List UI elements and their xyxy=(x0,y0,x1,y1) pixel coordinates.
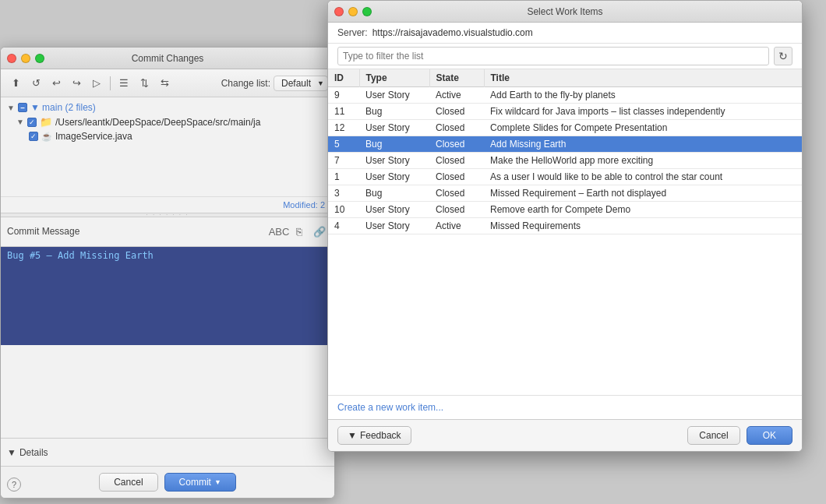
root-checkbox[interactable] xyxy=(18,103,27,112)
dialog-title: Select Work Items xyxy=(527,6,602,17)
run-icon[interactable]: ▷ xyxy=(88,75,105,92)
table-body: 9User StoryActiveAdd Earth to the fly-by… xyxy=(328,87,802,234)
cell-id: 5 xyxy=(328,136,359,153)
commit-message-header: Commit Message ABC ⎘ 🔗 xyxy=(1,217,334,247)
commit-message-text[interactable]: Bug #5 – Add Missing Earth xyxy=(1,247,334,346)
commit-label: Commit xyxy=(179,477,211,488)
table-row[interactable]: 10User StoryClosedRemove earth for Compe… xyxy=(328,202,802,218)
changelist-label: Change list: xyxy=(221,78,270,89)
redo-icon[interactable]: ↪ xyxy=(68,75,85,92)
col-header-title: Title xyxy=(484,69,802,87)
cell-type: User Story xyxy=(359,153,429,169)
folder-arrow[interactable]: ▼ xyxy=(16,118,24,126)
cell-type: User Story xyxy=(359,218,429,234)
ok-button[interactable]: OK xyxy=(747,426,792,445)
list-icon[interactable]: ☰ xyxy=(115,75,132,92)
collapse-arrow[interactable]: ▼ xyxy=(7,104,15,112)
dialog-footer-right: Cancel OK xyxy=(687,426,792,445)
items-table: ID Type State Title 9User StoryActiveAdd… xyxy=(328,69,802,234)
commit-button[interactable]: Commit ▼ xyxy=(164,473,236,492)
cell-title: Add Missing Earth xyxy=(484,136,802,153)
refresh-icon[interactable]: ↺ xyxy=(27,75,44,92)
cell-id: 3 xyxy=(328,185,359,202)
java-file-icon: ☕ xyxy=(41,132,52,142)
create-work-item-link[interactable]: Create a new work item... xyxy=(328,395,802,419)
modified-count: Modified: 2 xyxy=(1,196,334,213)
cell-state: Active xyxy=(429,87,484,104)
update-icon[interactable]: ⬆ xyxy=(7,75,24,92)
spell-check-icon[interactable]: ABC xyxy=(270,223,288,240)
cell-state: Closed xyxy=(429,185,484,202)
table-row[interactable]: 11BugClosedFix wildcard for Java imports… xyxy=(328,104,802,120)
dialog-titlebar: Select Work Items xyxy=(328,1,802,23)
cancel-dialog-button[interactable]: Cancel xyxy=(687,426,740,445)
dialog-close-button[interactable] xyxy=(334,7,344,16)
commit-changes-window: Commit Changes ⬆ ↺ ↩ ↪ ▷ ☰ ⇅ ⇆ Change li… xyxy=(0,47,335,499)
dialog-minimize-button[interactable] xyxy=(348,7,358,16)
cell-type: User Story xyxy=(359,169,429,185)
folder-checkbox[interactable] xyxy=(27,118,37,127)
table-row[interactable]: 3BugClosedMissed Requirement – Earth not… xyxy=(328,185,802,202)
filter-input[interactable] xyxy=(337,47,769,65)
cell-id: 1 xyxy=(328,169,359,185)
feedback-button[interactable]: ▼ Feedback xyxy=(337,426,411,445)
details-label: Details xyxy=(19,447,48,458)
commit-message-label: Commit Message xyxy=(7,226,79,237)
server-label: Server: xyxy=(337,27,368,38)
table-row[interactable]: 1User StoryClosedAs a user I would like … xyxy=(328,169,802,185)
table-row[interactable]: 9User StoryActiveAdd Earth to the fly-by… xyxy=(328,87,802,104)
cell-title: Remove earth for Compete Demo xyxy=(484,202,802,218)
refresh-list-button[interactable]: ↻ xyxy=(774,47,792,65)
folder-item[interactable]: ▼ 📁 /Users/leantk/DeepSpace/DeepSpace/sr… xyxy=(1,115,334,129)
files-panel: ▼ ▼ main (2 files) ▼ 📁 /Users/leantk/Dee… xyxy=(1,97,334,196)
close-button[interactable] xyxy=(7,54,16,63)
commit-message-value: Bug #5 – Add Missing Earth xyxy=(7,250,154,261)
table-row[interactable]: 12User StoryClosedComplete Slides for Co… xyxy=(328,120,802,136)
commit-dropdown-arrow[interactable]: ▼ xyxy=(214,478,221,486)
cell-title: Make the HelloWorld app more exciting xyxy=(484,153,802,169)
cell-type: User Story xyxy=(359,120,429,136)
details-toggle[interactable]: ▼ Details xyxy=(7,447,48,458)
commit-footer: Cancel Commit ▼ xyxy=(1,466,334,498)
file-name: ImageService.java xyxy=(55,131,132,142)
cell-id: 7 xyxy=(328,153,359,169)
filter-row: ↻ xyxy=(328,44,802,69)
dialog-footer: ▼ Feedback Cancel OK xyxy=(328,419,802,451)
server-row: Server: https://raisajavademo.visualstud… xyxy=(328,23,802,44)
dialog-maximize-button[interactable] xyxy=(362,7,372,16)
table-row[interactable]: 7User StoryClosedMake the HelloWorld app… xyxy=(328,153,802,169)
cell-id: 10 xyxy=(328,202,359,218)
col-header-type: Type xyxy=(359,69,429,87)
link-icon[interactable]: 🔗 xyxy=(311,223,328,240)
cell-title: Fix wildcard for Java imports – list cla… xyxy=(484,104,802,120)
collapse-icon[interactable]: ⇆ xyxy=(156,75,173,92)
cell-type: Bug xyxy=(359,104,429,120)
copy-icon[interactable]: ⎘ xyxy=(291,223,308,240)
file-checkbox[interactable] xyxy=(29,132,38,141)
message-body-spacer xyxy=(1,345,334,438)
feedback-arrow: ▼ xyxy=(348,430,357,441)
table-header: ID Type State Title xyxy=(328,69,802,87)
table-row[interactable]: 5BugClosedAdd Missing Earth xyxy=(328,136,802,153)
cancel-commit-button[interactable]: Cancel xyxy=(99,473,157,492)
expand-icon[interactable]: ⇅ xyxy=(136,75,153,92)
window-title: Commit Changes xyxy=(132,53,204,64)
cell-title: Missed Requirement – Earth not displayed xyxy=(484,185,802,202)
details-panel: ▼ Details xyxy=(1,438,334,466)
cell-state: Closed xyxy=(429,169,484,185)
cell-id: 11 xyxy=(328,104,359,120)
help-icon[interactable]: ? xyxy=(7,478,21,492)
undo-icon[interactable]: ↩ xyxy=(48,75,65,92)
maximize-button[interactable] xyxy=(35,54,44,63)
folder-path: /Users/leantk/DeepSpace/DeepSpace/src/ma… xyxy=(55,117,260,128)
table-row[interactable]: 4User StoryActiveMissed Requirements xyxy=(328,218,802,234)
minimize-button[interactable] xyxy=(21,54,30,63)
cell-state: Closed xyxy=(429,120,484,136)
file-item[interactable]: ☕ ImageService.java xyxy=(1,129,334,143)
cell-title: As a user I would like to be able to con… xyxy=(484,169,802,185)
changelist-dropdown[interactable]: Default ▼ xyxy=(274,76,328,91)
cell-id: 9 xyxy=(328,87,359,104)
col-header-id: ID xyxy=(328,69,359,87)
tree-root[interactable]: ▼ ▼ main (2 files) xyxy=(1,100,334,115)
col-header-state: State xyxy=(429,69,484,87)
